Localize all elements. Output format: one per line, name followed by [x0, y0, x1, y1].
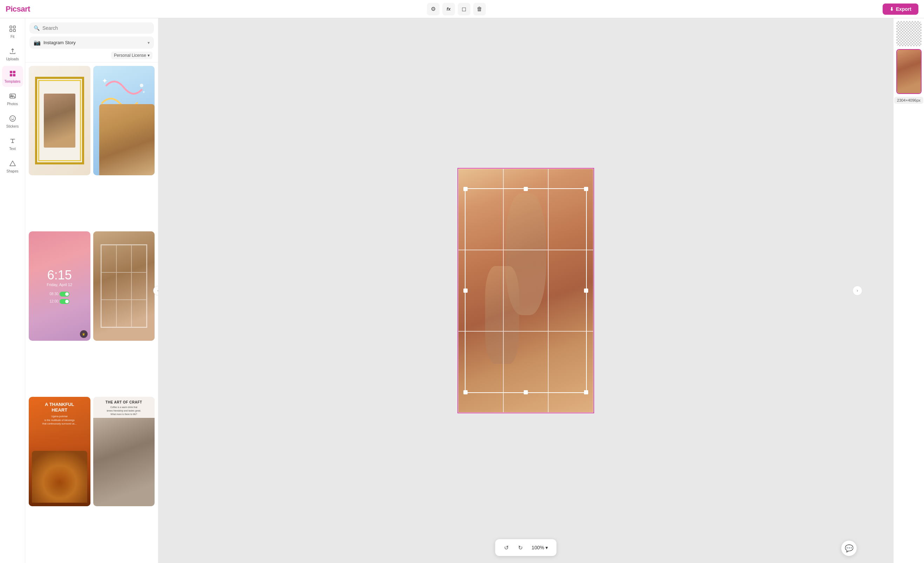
svg-rect-2 [10, 30, 12, 32]
delete-button[interactable]: 🗑 [473, 3, 486, 15]
export-button[interactable]: ⬇ Export [883, 3, 918, 15]
zoom-chevron-icon: ▾ [545, 545, 548, 550]
redo-button[interactable]: ↻ [515, 542, 526, 553]
grid-cell-6 [548, 250, 594, 331]
grid-cell-1 [458, 169, 503, 250]
svg-point-12 [13, 117, 14, 118]
search-box[interactable]: 🔍 [30, 23, 154, 34]
search-icon: 🔍 [34, 25, 40, 31]
zoom-selector[interactable]: 100% ▾ [529, 543, 551, 552]
grid-cell-8 [503, 331, 549, 413]
alarm-1-time: 08:30 [50, 292, 58, 296]
template-card-person-grid[interactable] [93, 231, 155, 341]
category-icon: 📷 [34, 39, 40, 46]
grid-cell-7 [458, 331, 503, 413]
templates-icon [9, 70, 16, 78]
sidebar-item-label-photos: Photos [7, 102, 18, 106]
sidebar-item-shapes[interactable]: Shapes [2, 156, 23, 177]
license-row: Personal License ▾ [30, 51, 154, 59]
art-craft-text: Coffee is a warm drink thatbrews friends… [93, 405, 155, 416]
crown-badge-lock: ♛ [80, 330, 88, 338]
lock-date: Friday, April 12 [46, 282, 72, 287]
zoom-label: 100% [532, 545, 544, 550]
uploads-icon [9, 47, 16, 56]
svg-point-13 [140, 84, 143, 87]
text-icon [9, 137, 16, 146]
erase-icon: ◻ [462, 6, 466, 12]
template-card-phone-lock[interactable]: 6:15 Friday, April 12 08:30 12:00 ♛ [29, 231, 90, 341]
sidebar-item-label-stickers: Stickers [6, 125, 19, 128]
sidebar-item-stickers[interactable]: Stickers [2, 111, 23, 132]
template-card-thankful[interactable]: A THANKFULHEART Ugena pulvinaris the mul… [29, 397, 90, 506]
thumbnail-placeholder [896, 21, 921, 46]
sidebar-item-fit[interactable]: Fit [2, 21, 23, 42]
grid-cell-5 [503, 250, 549, 331]
thumbnail-selected[interactable] [896, 49, 921, 94]
grid-cell-9 [548, 331, 594, 413]
sidebar-item-label-text: Text [9, 147, 15, 151]
right-panel-collapse-arrow[interactable]: › [852, 286, 862, 296]
alarm-1: 08:30 [50, 292, 69, 297]
thankful-title: A THANKFULHEART [32, 402, 87, 413]
svg-rect-6 [10, 74, 12, 77]
license-label: Personal License [114, 53, 146, 58]
art-craft-title: THE ART OF CRAFT [96, 400, 152, 404]
grid-cell-3 [548, 169, 594, 250]
toggle-1 [60, 292, 69, 297]
template-card-art-craft[interactable]: THE ART OF CRAFT Coffee is a warm drink … [93, 397, 155, 506]
export-arrow-icon: ⬇ [890, 6, 894, 12]
panel-header: 🔍 📷 Instagram Story ▾ Personal License ▾ [25, 18, 158, 62]
svg-rect-3 [14, 30, 15, 32]
photos-icon [9, 92, 16, 101]
category-label: Instagram Story [44, 40, 145, 45]
toolbar-center: ⚙ fx ◻ 🗑 [427, 3, 486, 15]
template-card-gold-frame[interactable] [29, 66, 90, 175]
delete-icon: 🗑 [477, 6, 482, 12]
fx-button[interactable]: fx [442, 3, 455, 15]
grid-cell-2 [503, 169, 549, 250]
svg-rect-4 [10, 71, 12, 73]
main-layout: Fit Uploads Templates Photos Stickers [0, 18, 924, 563]
svg-rect-5 [13, 71, 15, 73]
thankful-text: Ugena pulvinaris the multitude of blessi… [29, 415, 90, 426]
canvas-grid [458, 169, 594, 413]
logo: Picsart [6, 5, 30, 14]
sidebar-item-label-fit: Fit [10, 35, 14, 39]
canvas-container [458, 168, 594, 413]
templates-grid: ✦ ✦ 6:15 Friday, April 12 08:30 [25, 62, 158, 563]
template-card-colorful-doodle[interactable]: ✦ ✦ [93, 66, 155, 175]
sidebar-item-templates[interactable]: Templates [2, 66, 23, 87]
svg-rect-7 [13, 74, 15, 77]
category-chevron-icon: ▾ [148, 40, 150, 45]
adjust-button[interactable]: ⚙ [427, 3, 440, 15]
lock-time: 6:15 [47, 268, 72, 282]
bottom-toolbar: ↺ ↻ 100% ▾ [495, 539, 556, 556]
sidebar-item-photos[interactable]: Photos [2, 89, 23, 110]
svg-point-14 [142, 91, 144, 93]
fit-icon [9, 25, 16, 34]
undo-button[interactable]: ↺ [501, 542, 512, 553]
svg-text:✦: ✦ [102, 78, 107, 84]
canvas-image[interactable] [458, 168, 594, 413]
templates-panel: 🔍 📷 Instagram Story ▾ Personal License ▾ [25, 18, 159, 563]
category-selector[interactable]: 📷 Instagram Story ▾ [30, 36, 154, 49]
stickers-icon [9, 115, 16, 123]
sidebar-item-uploads[interactable]: Uploads [2, 44, 23, 65]
right-panel: 2304×4096px [893, 18, 924, 563]
export-label: Export [896, 6, 911, 12]
sidebar-item-text[interactable]: Text [2, 133, 23, 154]
license-selector[interactable]: Personal License ▾ [111, 51, 153, 59]
dimensions-badge: 2304×4096px [894, 97, 923, 104]
svg-point-11 [11, 117, 12, 118]
toggle-2 [60, 299, 69, 304]
grid-cell-4 [458, 250, 503, 331]
alarm-2-time: 12:00 [50, 299, 58, 303]
chat-bubble-button[interactable]: 💬 [841, 540, 857, 556]
erase-button[interactable]: ◻ [458, 3, 470, 15]
svg-point-10 [10, 116, 15, 121]
adjust-icon: ⚙ [431, 6, 436, 12]
alarm-2: 12:00 [50, 299, 69, 304]
sidebar-item-label-uploads: Uploads [6, 57, 19, 61]
svg-rect-1 [14, 26, 15, 28]
search-input[interactable] [42, 25, 150, 31]
